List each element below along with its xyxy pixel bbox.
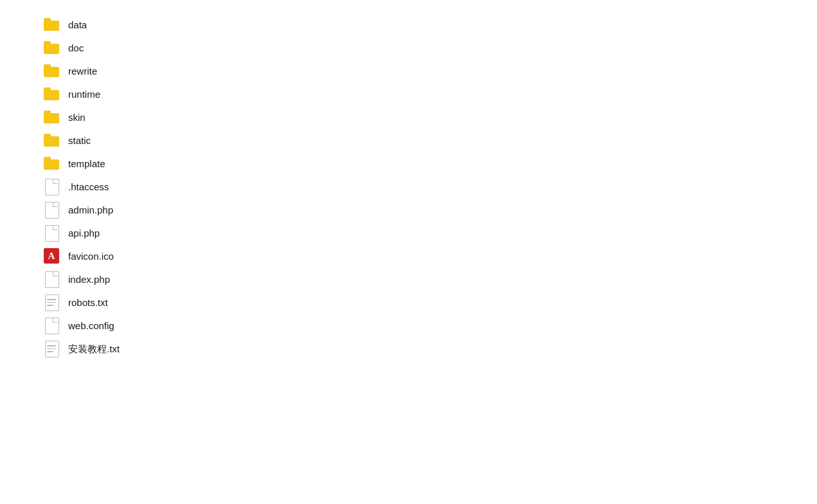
list-item-robots-txt[interactable]: robots.txt [39, 291, 778, 314]
file-icon [45, 179, 58, 194]
textfile-icon [45, 294, 58, 310]
textfile-icon [45, 341, 58, 356]
list-item-runtime[interactable]: runtime [39, 82, 778, 105]
item-label-runtime: runtime [68, 87, 100, 101]
item-label-web-config: web.config [68, 319, 115, 332]
folder-icon [44, 134, 59, 147]
list-item-skin[interactable]: skin [39, 105, 778, 129]
file-icon [45, 318, 58, 333]
item-label-doc: doc [68, 41, 84, 55]
list-item-rewrite[interactable]: rewrite [39, 59, 778, 82]
file-icon [45, 202, 58, 217]
item-label-index-php: index.php [68, 273, 110, 286]
folder-icon [44, 157, 59, 170]
list-item-data[interactable]: data [39, 13, 778, 36]
item-label-template: template [68, 157, 106, 170]
item-label-admin-php: admin.php [68, 203, 113, 217]
list-item-index-php[interactable]: index.php [39, 267, 778, 291]
item-label-api-php: api.php [68, 226, 100, 240]
item-label-data: data [68, 18, 87, 32]
folder-icon [44, 111, 59, 123]
folder-icon [44, 41, 59, 54]
folder-icon [44, 18, 59, 31]
list-item-htaccess[interactable]: .htaccess [39, 175, 778, 198]
list-item-favicon-ico[interactable]: Afavicon.ico [39, 244, 778, 267]
item-label-robots-txt: robots.txt [68, 296, 108, 309]
list-item-doc[interactable]: doc [39, 36, 778, 59]
list-item-admin-php[interactable]: admin.php [39, 198, 778, 221]
list-item-install-txt[interactable]: 安装教程.txt [39, 337, 778, 360]
file-icon [45, 271, 58, 287]
folder-icon [44, 87, 59, 100]
file-list: datadocrewriteruntimeskinstatictemplate.… [39, 13, 778, 360]
list-item-web-config[interactable]: web.config [39, 314, 778, 337]
item-label-htaccess: .htaccess [68, 180, 109, 194]
list-item-api-php[interactable]: api.php [39, 221, 778, 244]
file-icon [45, 225, 58, 240]
list-item-static[interactable]: static [39, 129, 778, 152]
item-label-static: static [68, 134, 91, 147]
folder-icon [44, 64, 59, 77]
item-label-skin: skin [68, 111, 86, 124]
list-item-template[interactable]: template [39, 152, 778, 175]
item-label-rewrite: rewrite [68, 64, 97, 78]
item-label-favicon-ico: favicon.ico [68, 249, 114, 263]
item-label-install-txt: 安装教程.txt [68, 342, 120, 356]
favicon-icon: A [44, 248, 59, 264]
